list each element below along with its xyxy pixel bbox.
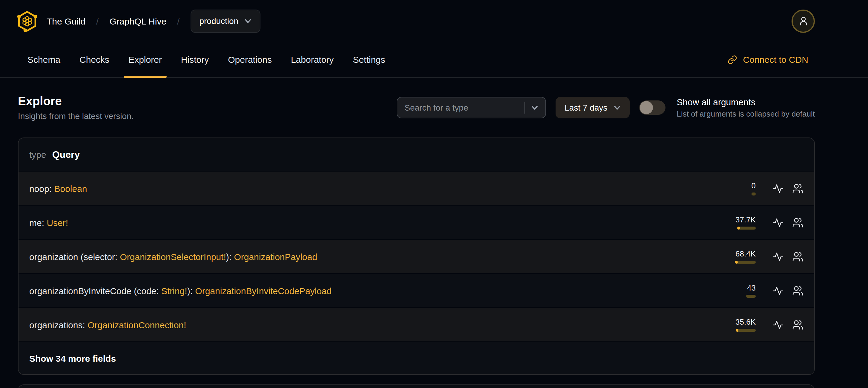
- usage-count: 35.6K: [735, 318, 756, 327]
- usage-bar: [751, 193, 756, 196]
- graphql-hive-app: The Guild / GraphQL Hive / production Sc…: [0, 0, 868, 388]
- tab-operations[interactable]: Operations: [218, 42, 281, 77]
- field-stats: 68.4K: [727, 249, 804, 264]
- field-signature: me: User!: [29, 217, 727, 228]
- breadcrumb-project[interactable]: GraphQL Hive: [109, 16, 166, 26]
- tabs: SchemaChecksExplorerHistoryOperationsLab…: [18, 42, 395, 77]
- users-icon[interactable]: [792, 183, 804, 194]
- field-stats: 43: [727, 284, 804, 298]
- page-subtitle: Insights from the latest version.: [18, 111, 134, 121]
- tab-label: Settings: [353, 54, 385, 65]
- usage-stat: 68.4K: [727, 249, 756, 264]
- type-kind-label: type: [29, 149, 46, 160]
- app-header: The Guild / GraphQL Hive / production: [0, 0, 868, 42]
- show-more-button[interactable]: Show 34 more fields: [19, 341, 814, 374]
- tab-label: Schema: [28, 54, 60, 65]
- type-link[interactable]: User!: [46, 217, 68, 228]
- chevron-down-icon: [614, 104, 621, 111]
- field-text: organization (selector:: [29, 251, 120, 262]
- user-avatar-button[interactable]: [792, 9, 815, 33]
- period-select-value: Last 7 days: [564, 102, 607, 112]
- field-text: me:: [29, 217, 46, 228]
- usage-count: 37.7K: [735, 215, 756, 225]
- usage-bar-fill: [735, 261, 738, 264]
- field-stats: 0: [727, 181, 804, 196]
- hive-logo-icon[interactable]: [17, 10, 37, 32]
- usage-stat: 0: [727, 181, 756, 196]
- chevron-down-icon: [531, 104, 538, 111]
- type-link[interactable]: OrganizationConnection!: [88, 320, 186, 330]
- usage-count: 0: [751, 181, 756, 190]
- type-link[interactable]: OrganizationSelectorInput!: [120, 251, 226, 262]
- activity-icon[interactable]: [772, 217, 784, 228]
- activity-icon[interactable]: [772, 183, 784, 194]
- target-selector[interactable]: production: [190, 9, 260, 33]
- type-card: type Query noop: Boolean0 me: User!37.7K…: [18, 138, 815, 375]
- field-row[interactable]: me: User!37.7K: [19, 205, 814, 239]
- usage-stat: 35.6K: [727, 318, 756, 332]
- field-signature: organization (selector: OrganizationSele…: [29, 251, 727, 262]
- usage-bar: [735, 261, 756, 264]
- type-card-header: type Query: [19, 138, 814, 171]
- type-link[interactable]: String!: [161, 286, 187, 296]
- connect-cdn-link[interactable]: Connect to CDN: [727, 54, 808, 65]
- activity-icon[interactable]: [772, 285, 784, 296]
- type-link[interactable]: Boolean: [54, 183, 87, 193]
- field-stats: 35.6K: [727, 318, 804, 332]
- breadcrumb-separator: /: [96, 16, 99, 26]
- field-row[interactable]: organizations: OrganizationConnection!35…: [19, 307, 814, 341]
- tab-label: Checks: [80, 54, 109, 65]
- users-icon[interactable]: [792, 217, 804, 228]
- type-search-placeholder: Search for a type: [404, 102, 525, 112]
- toggle-label: Show all arguments: [677, 96, 815, 107]
- breadcrumb-separator: /: [177, 16, 180, 26]
- tab-explorer[interactable]: Explorer: [119, 42, 172, 77]
- tab-history[interactable]: History: [172, 42, 218, 77]
- type-link[interactable]: OrganizationByInviteCodePayload: [195, 286, 332, 296]
- type-name[interactable]: Query: [52, 149, 80, 160]
- usage-count: 43: [747, 284, 756, 293]
- tab-checks[interactable]: Checks: [70, 42, 119, 77]
- field-text: ):: [226, 251, 234, 262]
- usage-bar: [746, 295, 756, 298]
- users-icon[interactable]: [792, 285, 804, 296]
- tab-label: Explorer: [128, 54, 162, 65]
- connect-cdn-label: Connect to CDN: [743, 54, 808, 65]
- users-icon[interactable]: [792, 319, 804, 330]
- field-rows: noop: Boolean0 me: User!37.7K organizati…: [19, 171, 814, 341]
- field-text: noop:: [29, 183, 54, 193]
- activity-icon[interactable]: [772, 251, 784, 262]
- activity-icon[interactable]: [772, 319, 784, 330]
- target-selector-value: production: [199, 16, 238, 26]
- field-text: ):: [187, 286, 195, 296]
- combobox-divider: [525, 101, 525, 113]
- field-signature: organizationByInviteCode (code: String!)…: [29, 286, 727, 296]
- usage-count: 68.4K: [735, 249, 756, 259]
- tab-schema[interactable]: Schema: [18, 42, 70, 77]
- tab-settings[interactable]: Settings: [343, 42, 395, 77]
- next-type-card-partial: [18, 384, 815, 388]
- usage-stat: 43: [727, 284, 756, 298]
- person-icon: [798, 16, 809, 26]
- field-stats: 37.7K: [727, 215, 804, 230]
- field-row[interactable]: noop: Boolean0: [19, 171, 814, 205]
- show-arguments-toggle[interactable]: [639, 100, 665, 115]
- explore-toolbar: Explore Insights from the latest version…: [18, 94, 815, 121]
- type-link[interactable]: OrganizationPayload: [234, 251, 317, 262]
- page-head: Explore Insights from the latest version…: [18, 94, 134, 121]
- users-icon[interactable]: [792, 251, 804, 262]
- field-row[interactable]: organizationByInviteCode (code: String!)…: [19, 273, 814, 307]
- breadcrumb: The Guild / GraphQL Hive / production: [46, 9, 260, 33]
- usage-bar: [736, 329, 756, 332]
- field-row[interactable]: organization (selector: OrganizationSele…: [19, 239, 814, 273]
- link-icon: [727, 55, 737, 64]
- tab-label: History: [181, 54, 209, 65]
- period-select[interactable]: Last 7 days: [556, 96, 629, 118]
- tab-label: Laboratory: [291, 54, 334, 65]
- tab-laboratory[interactable]: Laboratory: [281, 42, 343, 77]
- toggle-knob: [640, 101, 653, 114]
- breadcrumb-org[interactable]: The Guild: [46, 16, 86, 26]
- type-search-combobox[interactable]: Search for a type: [397, 96, 546, 118]
- field-text: organizationByInviteCode (code:: [29, 286, 161, 296]
- field-text: organizations:: [29, 320, 88, 330]
